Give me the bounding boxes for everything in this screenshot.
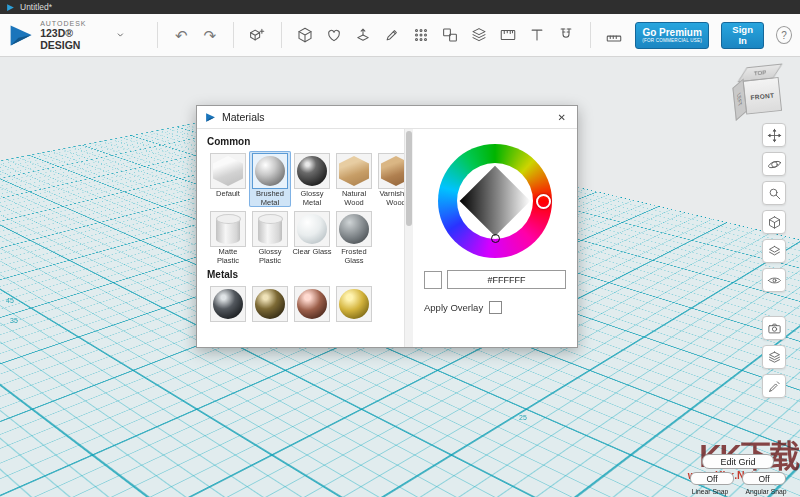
pattern-icon[interactable] (409, 23, 434, 48)
materials-section-header: Common (207, 136, 402, 147)
material-item[interactable] (207, 284, 249, 340)
material-item[interactable] (249, 284, 291, 340)
sketch-edit-icon[interactable] (762, 374, 786, 398)
value-marker[interactable] (491, 234, 500, 243)
viewcube-top-label: TOP (754, 69, 767, 76)
screenshot-icon (767, 321, 782, 336)
linear-snap-label: Linear Snap (685, 488, 735, 495)
viewcube-front-face[interactable]: FRONT (743, 77, 782, 115)
edit-grid-button[interactable]: Edit Grid (702, 454, 774, 469)
material-item[interactable]: Frosted Glass (333, 209, 375, 265)
go-premium-label: Go Premium (642, 27, 701, 38)
text-icon[interactable] (525, 23, 550, 48)
material-item[interactable]: Clear Glass (291, 209, 333, 265)
material-label (291, 323, 333, 340)
material-swatch[interactable] (252, 286, 288, 322)
wood-dark-cube-icon (381, 156, 404, 186)
material-swatch[interactable] (252, 153, 288, 189)
pan-icon[interactable] (762, 123, 786, 147)
material-swatch[interactable] (336, 153, 372, 189)
transform-icon[interactable] (245, 23, 270, 48)
zoom-icon[interactable] (762, 181, 786, 205)
material-item[interactable]: Glossy Metal (291, 151, 333, 207)
app-menu-button[interactable]: AUTODESK 123D® DESIGN (8, 20, 125, 51)
apply-overlay-row: Apply Overlay (424, 301, 566, 314)
redo-button[interactable]: ↷ (198, 23, 223, 48)
viewport-3d[interactable]: 453525 TOP LEFT FRONT Materials ✕ Common… (0, 57, 800, 497)
visibility-icon[interactable] (762, 268, 786, 292)
go-premium-button[interactable]: Go Premium (FOR COMMERCIAL USE) (635, 22, 710, 49)
frosted-sphere-icon (339, 214, 369, 244)
sketch-icon (325, 26, 343, 44)
pan-icon (767, 128, 782, 143)
close-icon[interactable]: ✕ (555, 110, 569, 125)
ruler-icon (605, 26, 623, 44)
viewcube-left-label: LEFT (736, 91, 743, 108)
toolbar-group-ruler (602, 23, 627, 48)
material-swatch[interactable] (336, 286, 372, 322)
undo-button[interactable]: ↶ (169, 23, 194, 48)
material-label (249, 323, 291, 340)
screenshot-icon[interactable] (762, 316, 786, 340)
material-swatch[interactable] (210, 286, 246, 322)
copper-sphere-icon (297, 289, 327, 319)
glass-sphere-icon (297, 214, 327, 244)
material-swatch[interactable] (294, 153, 330, 189)
material-item[interactable]: Default (207, 151, 249, 207)
material-swatch[interactable] (336, 211, 372, 247)
material-item[interactable]: Natural Wood (333, 151, 375, 207)
combine-icon[interactable] (467, 23, 492, 48)
material-label: Glossy Metal (291, 190, 333, 207)
help-button[interactable]: ? (776, 26, 792, 44)
viewcube-front-label: FRONT (750, 91, 774, 100)
chevron-down-icon[interactable] (116, 30, 125, 40)
material-swatch[interactable] (294, 211, 330, 247)
angular-snap-button[interactable]: Off (742, 472, 786, 485)
materials-dialog-body: CommonDefaultBrushed MetalGlossy MetalNa… (197, 129, 577, 347)
grouping-icon[interactable] (438, 23, 463, 48)
snap-icon[interactable] (554, 23, 579, 48)
nav-tools-group (762, 123, 786, 292)
measure-icon[interactable] (496, 23, 521, 48)
modify-icon[interactable] (380, 23, 405, 48)
hex-color-input[interactable] (447, 270, 566, 289)
pattern-icon (412, 26, 430, 44)
material-swatch[interactable] (378, 153, 404, 189)
fit-view-icon[interactable] (762, 210, 786, 234)
zoom-icon (767, 186, 782, 201)
color-wheel[interactable] (438, 144, 552, 258)
sketch-icon[interactable] (322, 23, 347, 48)
construct-icon[interactable] (351, 23, 376, 48)
material-item[interactable]: Brushed Metal (249, 151, 291, 207)
view-mode-icon[interactable] (762, 239, 786, 263)
material-item[interactable]: Varnished Wood (375, 151, 404, 207)
hue-marker[interactable] (536, 194, 551, 209)
material-swatch[interactable] (210, 153, 246, 189)
white-cylinder-icon (258, 215, 282, 244)
primitives-icon[interactable] (293, 23, 318, 48)
materials-scrollbar[interactable] (404, 129, 413, 347)
orbit-icon[interactable] (762, 152, 786, 176)
linear-snap-button[interactable]: Off (690, 472, 734, 485)
display-tools-group (762, 316, 786, 398)
toolbar-group-transform (245, 23, 270, 48)
ruler-icon[interactable] (602, 23, 627, 48)
hex-row (424, 270, 566, 289)
color-panel: Apply Overlay (413, 129, 577, 347)
material-item[interactable]: Matte Plastic (207, 209, 249, 265)
materials-icon[interactable] (762, 345, 786, 369)
material-swatch[interactable] (294, 286, 330, 322)
material-item[interactable]: Glossy Plastic (249, 209, 291, 265)
dialog-logo-icon (205, 112, 216, 123)
transform-icon (248, 26, 266, 44)
dark-sphere-icon (297, 156, 327, 186)
apply-overlay-checkbox[interactable] (489, 301, 502, 314)
material-swatch[interactable] (210, 211, 246, 247)
sign-in-button[interactable]: Sign In (721, 22, 763, 49)
material-swatch[interactable] (252, 211, 288, 247)
material-item[interactable] (291, 284, 333, 340)
material-item[interactable] (333, 284, 375, 340)
view-cube[interactable]: TOP LEFT FRONT (727, 62, 792, 122)
materials-dialog-titlebar[interactable]: Materials ✕ (197, 106, 577, 129)
scrollbar-thumb[interactable] (406, 131, 412, 226)
